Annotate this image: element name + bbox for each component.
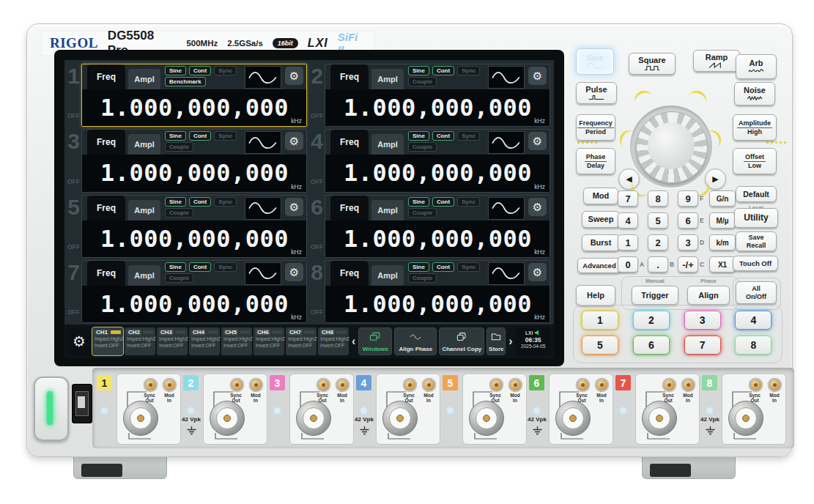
suffix-key-G-n[interactable]: G/n [709,190,736,207]
badge-waveform[interactable]: Sine [165,131,186,141]
wave-arb-button[interactable]: Arb [736,54,777,79]
status-chip-ch3[interactable]: CH3Imped:HighZInvert:OFF [157,327,188,355]
channel-card[interactable]: FreqAmplSineContSyncCouple⚙1.000,000,000… [325,129,550,192]
badge-waveform[interactable]: Sine [165,262,186,272]
tab-freq[interactable]: Freq [87,64,125,89]
channel-settings-gear-icon[interactable]: ⚙ [285,263,303,281]
mode-advanced-button[interactable]: Advanced [577,258,621,273]
digit-key-7[interactable]: 7 [618,190,638,207]
badge-sync[interactable]: Sync [214,262,237,272]
badge-couple[interactable]: Couple [408,273,437,283]
param-amplitude-button[interactable]: AmplitudeHigh [733,114,777,141]
sync-out-connector[interactable] [317,378,330,392]
suffix-key-M-µ[interactable]: M/µ [709,212,736,229]
tab-ampl[interactable]: Ampl [128,265,160,286]
badge-couple[interactable]: Couple [165,208,193,218]
tab-freq[interactable]: Freq [330,261,369,286]
badge-sync[interactable]: Sync [214,131,237,141]
suffix-key-k-m[interactable]: k/m [709,234,736,251]
param-offset-button[interactable]: OffsetLow [733,148,777,174]
badge-couple[interactable]: Couple [408,208,437,218]
power-button[interactable] [34,377,69,441]
bnc-output-connector[interactable] [555,401,591,436]
badge-mode[interactable]: Cont [189,262,211,272]
status-chip-ch1[interactable]: CH1Imped:HighZInvert:OFF [92,327,123,355]
sync-out-connector[interactable] [749,378,763,392]
mode-burst-button[interactable]: Burst [582,234,620,251]
badge-sync[interactable]: Sync [457,197,480,207]
status-chip-ch6[interactable]: CH6Imped:HighZInvert:OFF [254,327,284,355]
bnc-output-connector[interactable] [642,401,677,436]
digit-key-2[interactable]: 2 [648,234,668,251]
trigger-button[interactable]: Trigger [632,286,678,305]
badge-waveform[interactable]: Sine [408,197,429,207]
tab-freq[interactable]: Freq [87,130,125,155]
align-button[interactable]: Align [687,286,730,305]
sine-waveform-icon[interactable] [245,262,281,285]
bnc-output-connector[interactable] [382,401,418,436]
digit-key---+[interactable]: -/+ [678,256,698,273]
sine-waveform-icon[interactable] [488,262,525,285]
mode-sweep-button[interactable]: Sweep [582,211,620,228]
channel-select-1[interactable]: 1 [582,311,618,330]
sync-out-connector[interactable] [489,378,503,392]
sync-out-connector[interactable] [230,378,244,392]
action-windows[interactable]: Windows [358,327,392,355]
mod-in-connector[interactable] [336,378,349,392]
save-recall-button[interactable]: SaveRecall [736,231,777,251]
badge-couple[interactable]: Couple [408,142,437,152]
channel-settings-gear-icon[interactable]: ⚙ [528,67,547,85]
channel-settings-gear-icon[interactable]: ⚙ [528,198,547,216]
channel-card[interactable]: FreqAmplSineContSyncCouple⚙1.000,000,000… [81,195,307,258]
digit-key-3[interactable]: 3 [678,234,698,251]
channel-select-6[interactable]: 6 [633,336,670,355]
utility-button[interactable]: Utility [734,208,778,228]
wave-ramp-button[interactable]: Ramp [693,50,740,72]
channel-card[interactable]: FreqAmplSineContSyncCouple⚙1.000,000,000… [81,129,307,192]
channel-card[interactable]: FreqAmplSineContSyncCouple⚙1.000,000,000… [325,260,550,323]
channel-settings-gear-icon[interactable]: ⚙ [285,67,303,85]
channel-select-7[interactable]: 7 [684,336,721,355]
tab-freq[interactable]: Freq [330,130,369,155]
help-button[interactable]: Help [576,285,615,305]
bnc-output-connector[interactable] [296,401,331,436]
channel-card[interactable]: FreqAmplSineContSyncBenchmark⚙1.000,000,… [81,64,307,127]
mod-in-connector[interactable] [163,378,177,392]
sine-waveform-icon[interactable] [245,131,281,154]
wave-pulse-button[interactable]: Pulse [576,82,617,104]
digit-key-0[interactable]: 0 [618,256,638,273]
tab-ampl[interactable]: Ampl [128,134,160,155]
sine-waveform-icon[interactable] [488,131,525,154]
status-chip-ch2[interactable]: CH2Imped:HighZInvert:OFF [125,327,155,355]
tab-freq[interactable]: Freq [330,64,369,89]
digit-key-6[interactable]: 6 [678,212,698,229]
status-chip-ch8[interactable]: CH8Imped:HighZInvert:OFF [318,327,349,355]
touchscreen[interactable]: 1OFFFreqAmplSineContSyncBenchmark⚙1.000,… [64,60,554,358]
badge-mode[interactable]: Cont [432,131,454,141]
channel-select-2[interactable]: 2 [633,311,670,330]
bnc-output-connector[interactable] [728,401,763,436]
sine-waveform-icon[interactable] [488,197,525,220]
channel-settings-gear-icon[interactable]: ⚙ [528,263,547,281]
badge-mode[interactable]: Cont [189,66,211,75]
badge-couple[interactable]: Couple [165,142,193,152]
tab-freq[interactable]: Freq [87,261,125,286]
digit-key-dot[interactable]: . [648,256,668,273]
tab-freq[interactable]: Freq [330,196,369,220]
mod-in-connector[interactable] [768,378,782,392]
tab-freq[interactable]: Freq [87,196,125,220]
channel-settings-gear-icon[interactable]: ⚙ [285,132,303,150]
channel-settings-gear-icon[interactable]: ⚙ [528,132,547,150]
badge-sync[interactable]: Sync [457,262,480,272]
status-chip-ch7[interactable]: CH7Imped:HighZInvert:OFF [286,327,317,355]
badge-waveform[interactable]: Sine [408,66,429,75]
sine-waveform-icon[interactable] [245,66,281,89]
sine-waveform-icon[interactable] [488,66,525,89]
badge-couple[interactable]: Couple [165,273,193,283]
scroll-left-icon[interactable]: ‹ [350,335,357,348]
mode-mod-button[interactable]: Mod [583,188,618,204]
tab-ampl[interactable]: Ampl [371,265,404,286]
channel-select-8[interactable]: 8 [735,336,772,355]
channel-select-5[interactable]: 5 [582,336,618,355]
badge-sync[interactable]: Sync [214,66,237,75]
